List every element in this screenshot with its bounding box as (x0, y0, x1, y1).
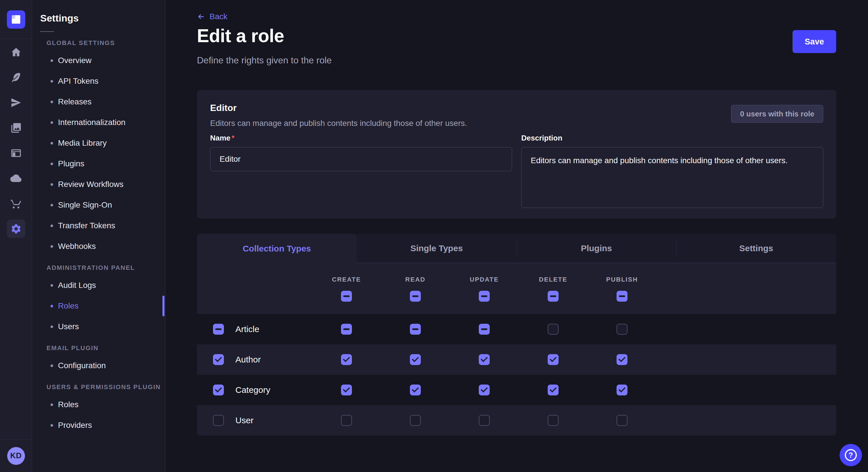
bullet-icon (51, 225, 53, 227)
rail-item-feather[interactable] (0, 65, 32, 90)
article-read-checkbox[interactable] (410, 324, 421, 335)
question-mark-icon: ? (845, 449, 857, 461)
permission-cell (519, 384, 588, 396)
author-read-checkbox[interactable] (410, 354, 421, 365)
sidebar-item-webhooks[interactable]: Webhooks (32, 236, 165, 257)
sidebar-item-label: Media Library (58, 138, 107, 148)
users-with-role-button[interactable]: 0 users with this role (731, 105, 823, 123)
select-all-delete-checkbox[interactable] (548, 291, 559, 302)
rail-item-cloud[interactable] (0, 166, 32, 191)
rail-item-cart[interactable] (0, 191, 32, 216)
bullet-icon (51, 121, 53, 124)
strapi-logo[interactable] (7, 10, 25, 29)
select-all-create-checkbox[interactable] (341, 291, 352, 302)
article-publish-checkbox[interactable] (617, 324, 627, 335)
permission-cell (450, 415, 519, 426)
select-row-category-checkbox[interactable] (213, 384, 224, 396)
bullet-icon (51, 59, 53, 62)
required-asterisk: * (231, 134, 235, 142)
description-label: Description (521, 134, 823, 142)
article-delete-checkbox[interactable] (548, 324, 559, 335)
select-row-author-checkbox[interactable] (213, 354, 224, 365)
select-all-read-checkbox[interactable] (410, 291, 421, 302)
sidebar-item-transfer-tokens[interactable]: Transfer Tokens (32, 215, 165, 236)
sidebar-item-label: Internationalization (58, 118, 125, 127)
help-button[interactable]: ? (840, 444, 862, 466)
back-label: Back (210, 12, 227, 21)
category-publish-checkbox[interactable] (617, 384, 627, 396)
save-button[interactable]: Save (793, 30, 836, 53)
sidebar-item-single-sign-on[interactable]: Single Sign-On (32, 195, 165, 215)
logo-glyph-accent (12, 15, 15, 19)
sidebar-item-label: Review Workflows (58, 180, 123, 189)
role-name-heading: Editor (210, 103, 237, 113)
sidebar-item-roles[interactable]: Roles (32, 394, 165, 415)
user-update-checkbox[interactable] (479, 415, 490, 426)
select-row-user-checkbox[interactable] (213, 415, 224, 426)
column-label: PUBLISH (606, 276, 638, 283)
category-read-checkbox[interactable] (410, 384, 421, 396)
author-publish-checkbox[interactable] (617, 354, 627, 365)
user-delete-checkbox[interactable] (548, 415, 559, 426)
article-create-checkbox[interactable] (341, 324, 352, 335)
user-read-checkbox[interactable] (410, 415, 421, 426)
sidebar-item-internationalization[interactable]: Internationalization (32, 112, 165, 133)
sidebar-item-overview[interactable]: Overview (32, 50, 165, 71)
tab-collection-types[interactable]: Collection Types (197, 234, 357, 263)
sidebar-item-plugins[interactable]: Plugins (32, 154, 165, 174)
sidebar-item-providers[interactable]: Providers (32, 415, 165, 436)
permissions-panel: CREATEREADUPDATEDELETEPUBLISH ArticleAut… (197, 263, 836, 436)
sidebar-item-configuration[interactable]: Configuration (32, 355, 165, 376)
author-update-checkbox[interactable] (479, 354, 490, 365)
rail-item-gear[interactable] (0, 216, 32, 241)
select-all-update-checkbox[interactable] (479, 291, 490, 302)
rail-item-layout[interactable] (0, 140, 32, 166)
sidebar-section: EMAIL PLUGINConfiguration (32, 344, 165, 376)
bullet-icon (51, 245, 53, 248)
sidebar-section: GLOBAL SETTINGSOverviewAPI TokensRelease… (32, 39, 165, 257)
permission-cell (381, 384, 450, 396)
user-publish-checkbox[interactable] (617, 415, 627, 426)
author-create-checkbox[interactable] (341, 354, 352, 365)
tab-plugins[interactable]: Plugins (517, 234, 677, 263)
category-create-checkbox[interactable] (341, 384, 352, 396)
tab-settings[interactable]: Settings (676, 234, 836, 263)
user-create-checkbox[interactable] (341, 415, 352, 426)
name-input[interactable] (210, 147, 512, 171)
sidebar-item-api-tokens[interactable]: API Tokens (32, 71, 165, 92)
sidebar-item-label: API Tokens (58, 76, 98, 86)
tab-single-types[interactable]: Single Types (357, 234, 517, 263)
rail-item-paper-plane[interactable] (0, 90, 32, 115)
permission-row-author: Author (197, 344, 836, 375)
select-row-article-checkbox[interactable] (213, 324, 224, 335)
sidebar-section: USERS & PERMISSIONS PLUGINRolesProviders (32, 383, 165, 436)
description-textarea[interactable]: Editors can manage and publish contents … (521, 147, 823, 208)
sidebar-item-releases[interactable]: Releases (32, 92, 165, 112)
column-label: READ (405, 276, 425, 283)
article-update-checkbox[interactable] (479, 324, 490, 335)
category-update-checkbox[interactable] (479, 384, 490, 396)
author-delete-checkbox[interactable] (548, 354, 559, 365)
bullet-icon (51, 142, 53, 144)
sidebar-item-audit-logs[interactable]: Audit Logs (32, 275, 165, 296)
sidebar-item-media-library[interactable]: Media Library (32, 133, 165, 154)
permission-cell (381, 415, 450, 426)
column-header-publish: PUBLISH (588, 263, 656, 314)
user-avatar[interactable]: KD (7, 447, 25, 465)
bullet-icon (51, 80, 53, 82)
back-link[interactable]: Back (197, 12, 227, 21)
permission-cell (519, 415, 588, 426)
select-all-publish-checkbox[interactable] (617, 291, 627, 302)
sidebar-item-label: Releases (58, 97, 92, 106)
sidebar-item-review-workflows[interactable]: Review Workflows (32, 174, 165, 195)
sidebar-item-users[interactable]: Users (32, 316, 165, 337)
category-delete-checkbox[interactable] (548, 384, 559, 396)
sidebar-item-roles[interactable]: Roles (32, 296, 165, 316)
permission-cell (588, 384, 656, 396)
permission-cell (450, 384, 519, 396)
active-icon-box (7, 220, 25, 238)
rail-item-home[interactable] (0, 40, 32, 65)
rail-item-media-library[interactable] (0, 115, 32, 140)
row-header: Article (197, 324, 312, 335)
sidebar-section: ADMINISTRATION PANELAudit LogsRolesUsers (32, 264, 165, 337)
